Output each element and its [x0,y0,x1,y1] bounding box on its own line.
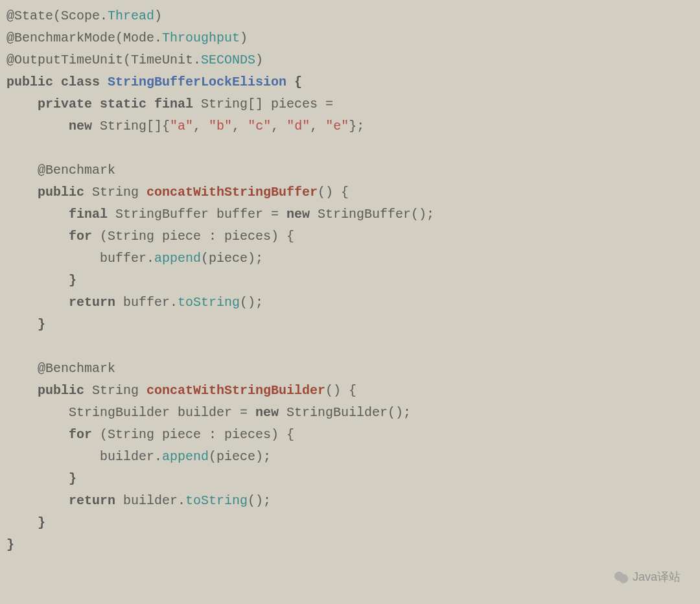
wechat-icon [614,570,629,585]
method-name: concatWithStringBuilder [146,383,325,398]
annotation: @State [6,8,53,23]
code-block: @State(Scope.Thread) @BenchmarkMode(Mode… [6,5,694,556]
watermark-text: Java译站 [633,567,681,587]
annotation: @Benchmark [38,361,115,376]
watermark: Java译站 [614,567,681,587]
keyword: public class [6,75,108,89]
class-name: StringBufferLockElision [108,75,286,89]
annotation: @Benchmark [38,163,115,178]
method-name: concatWithStringBuffer [146,185,318,200]
annotation: @BenchmarkMode [6,30,115,45]
annotation: @OutputTimeUnit [6,52,123,67]
